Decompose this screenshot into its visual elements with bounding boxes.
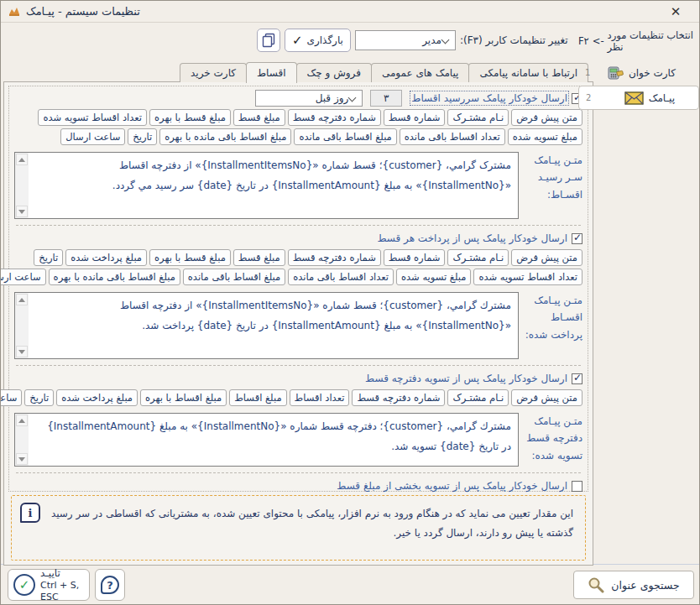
user-select[interactable]: مدیر bbox=[355, 30, 456, 50]
card-reader-icon bbox=[607, 65, 624, 81]
sidebar-item-label: پیـامک bbox=[649, 92, 675, 104]
field-button[interactable]: مبلغ اقساط باقی مانده bbox=[294, 128, 396, 145]
field-button[interactable]: مبلغ قسط bbox=[233, 249, 285, 266]
tab-purchase-card[interactable]: کارت خرید bbox=[180, 63, 247, 82]
hint-arrow-icon: <- bbox=[593, 35, 604, 47]
app-logo-icon bbox=[8, 6, 21, 17]
field-button[interactable]: تاریخ bbox=[128, 128, 157, 145]
sidebar-item-card-reader[interactable]: 1 کارت خوان bbox=[578, 61, 699, 84]
days-unit-select[interactable]: روز قبل bbox=[255, 90, 363, 107]
settled-message-block: متـن پیـامک دفترچه قسط تسویه شده: مشترك … bbox=[14, 413, 582, 467]
message-textarea[interactable]: مشترك گرامي، {customer}؛ دفترچه قسط شمار… bbox=[29, 414, 518, 466]
field-button[interactable]: شماره دفترچه قسط bbox=[288, 109, 381, 126]
field-button[interactable]: ساعت ارسال bbox=[0, 389, 22, 406]
section-divider bbox=[16, 365, 581, 366]
tab-sms-gateway[interactable]: ارتباط با سامانه پیامکی bbox=[468, 63, 588, 82]
field-button[interactable]: مبلغ قسط bbox=[233, 109, 285, 126]
field-button[interactable]: تعداد اقساط باقی مانده bbox=[288, 269, 394, 285]
field-button[interactable]: نـام مشتـرک bbox=[447, 109, 509, 126]
scroll-up-icon[interactable] bbox=[16, 294, 28, 305]
hint-key: F۲ bbox=[578, 35, 589, 47]
field-button[interactable]: تعداد اقساط باقی مانده bbox=[400, 128, 505, 145]
message-textarea[interactable]: مشترک گرامي، {customer}؛ قسط شماره «{Ins… bbox=[29, 153, 518, 218]
envelope-icon bbox=[624, 91, 644, 105]
field-button[interactable]: شماره دفترچه قسط bbox=[288, 249, 381, 266]
sidebar-hint: F۲ <- انتخاب تنظیمات مورد نظر bbox=[578, 24, 699, 61]
message-label: متـن پیـامک سـر رسیـد اقسـاط: bbox=[524, 152, 582, 219]
field-button[interactable]: متن پیش فرض bbox=[511, 249, 582, 266]
field-button[interactable]: مبلغ اقساط باقی مانده با بهره bbox=[49, 269, 180, 285]
field-button[interactable]: مبلغ پرداخت شده bbox=[56, 389, 138, 406]
scroll-up-icon[interactable] bbox=[16, 154, 28, 165]
field-button[interactable]: مبلغ اقساط باقی مانده bbox=[183, 269, 285, 285]
tab-sales-cheque[interactable]: فروش و چک bbox=[296, 63, 372, 82]
checkbox[interactable] bbox=[572, 233, 582, 244]
partial-sms-checkbox-row: ارسال خودکار پیامک پس از تسویه بخشی از م… bbox=[14, 477, 582, 494]
installments-groupbox: ارسال خودکار پیامک سررسید اقساط ۳ روز قب… bbox=[8, 86, 588, 492]
scroll-down-icon[interactable] bbox=[16, 346, 28, 357]
field-button[interactable]: تعداد اقساط bbox=[290, 389, 350, 406]
load-button[interactable]: بارگذاری ✓ bbox=[285, 29, 351, 52]
tab-general-sms[interactable]: پیامک های عمومی bbox=[371, 63, 470, 82]
scrollbar[interactable] bbox=[15, 153, 29, 218]
installments-tab-panel: ارسال خودکار پیامک سررسید اقساط ۳ روز قب… bbox=[3, 81, 593, 566]
field-button[interactable]: تاریخ bbox=[34, 249, 63, 266]
field-button[interactable]: مبلغ تسویه شده bbox=[396, 269, 471, 285]
field-button[interactable]: مبلغ تسویه شده bbox=[508, 128, 582, 145]
field-button[interactable]: متن پیش فرض bbox=[511, 109, 582, 126]
section-divider bbox=[16, 225, 581, 226]
checkbox-label[interactable]: ارسال خودکار پیامک پس از تسویه بخشی از م… bbox=[337, 480, 567, 492]
load-button-label: بارگذاری bbox=[307, 34, 343, 46]
tab-installments[interactable]: اقساط bbox=[246, 62, 297, 83]
change-user-label: تغییر تنظیمات کاربر (F۳): bbox=[460, 34, 568, 46]
footer-bar: ✓ تاییـد Ctrl + S, ESC ? جستجوی عنوان bbox=[1, 564, 699, 604]
confirm-button[interactable]: ✓ تاییـد Ctrl + S, ESC bbox=[8, 569, 90, 601]
copy-settings-button[interactable] bbox=[257, 29, 280, 52]
scroll-up-icon[interactable] bbox=[16, 415, 28, 426]
paid-message-block: متـن پیـامک اقسـاط پرداخت شده: مشترك گرا… bbox=[14, 292, 582, 359]
field-button[interactable]: ساعت ارسال bbox=[60, 128, 125, 145]
field-button[interactable]: مبلغ اقساط با بهره bbox=[140, 389, 227, 406]
days-unit-value: روز قبل bbox=[261, 92, 348, 104]
field-button[interactable]: شماره قسط bbox=[384, 249, 446, 266]
message-textarea-frame: مشترك گرامي، {customer}؛ قسط شماره «{Ins… bbox=[14, 292, 519, 359]
checkbox-label[interactable]: ارسال خودکار پیامک سررسید اقساط bbox=[411, 92, 567, 104]
paid-sms-checkbox-row: ارسال خودکار پیامک پس از پرداخت هر قسط bbox=[14, 230, 582, 247]
user-settings-strip: بارگذاری ✓ مدیر تغییر تنظیمات کاربر (F۳)… bbox=[257, 28, 568, 53]
help-button[interactable]: ? bbox=[95, 569, 125, 601]
message-textarea[interactable]: مشترك گرامي، {customer}؛ قسط شماره «{Ins… bbox=[29, 293, 518, 358]
field-button[interactable]: تاریخ bbox=[24, 389, 54, 406]
scroll-down-icon[interactable] bbox=[16, 453, 28, 465]
field-button[interactable]: تعداد اقساط تسویه شده bbox=[38, 109, 147, 126]
checkbox[interactable] bbox=[572, 481, 582, 492]
field-button[interactable]: مبلغ قسط با بهره bbox=[149, 249, 231, 266]
search-title-button[interactable]: جستجوی عنوان bbox=[573, 571, 694, 599]
sidebar-item-sms[interactable]: 2 پیـامک bbox=[578, 86, 699, 110]
close-icon[interactable]: ✕ bbox=[664, 3, 687, 21]
days-before-input[interactable]: ۳ bbox=[370, 90, 402, 107]
field-button[interactable]: مبلغ قسط با بهره bbox=[149, 109, 231, 126]
item-number: 2 bbox=[586, 93, 594, 102]
checkbox-label[interactable]: ارسال خودکار پیامک پس از تسویه دفترچه قس… bbox=[365, 373, 567, 384]
field-button[interactable]: نـام مشتـرک bbox=[447, 249, 509, 266]
field-button[interactable]: مبلغ اقساط باقی مانده با بهره bbox=[159, 128, 291, 145]
placeholder-buttons-row: متن پیش فرضنـام مشتـرکشماره قسطشماره دفت… bbox=[14, 249, 582, 266]
scrollbar[interactable] bbox=[15, 293, 29, 358]
confirm-check-icon: ✓ bbox=[13, 574, 35, 596]
scroll-down-icon[interactable] bbox=[16, 206, 28, 217]
field-button[interactable]: تعداد اقساط تسویه شده bbox=[473, 269, 582, 285]
field-button[interactable]: شماره قسط bbox=[384, 109, 446, 126]
field-button[interactable]: شماره دفترچه قسط bbox=[352, 389, 445, 406]
checkbox[interactable] bbox=[572, 373, 582, 384]
field-button[interactable]: مبلغ اقساط bbox=[229, 389, 286, 406]
message-label: متـن پیـامک اقسـاط پرداخت شده: bbox=[524, 292, 582, 359]
field-button[interactable]: ساعت ارسال bbox=[0, 269, 46, 285]
field-button[interactable]: نـام مشتـرک bbox=[447, 389, 509, 406]
checkbox-label[interactable]: ارسال خودکار پیامک پس از پرداخت هر قسط bbox=[377, 232, 567, 244]
due-message-block: متـن پیـامک سـر رسیـد اقسـاط: مشترک گرام… bbox=[14, 152, 582, 219]
scrollbar[interactable] bbox=[15, 414, 29, 466]
field-button[interactable]: مبلغ پرداخت شده bbox=[65, 249, 147, 266]
tab-strip: ارتباط با سامانه پیامکی پیامک های عمومی … bbox=[180, 62, 588, 83]
field-button[interactable]: متن پیش فرض bbox=[511, 389, 582, 406]
settings-sidebar: F۲ <- انتخاب تنظیمات مورد نظر 1 کارت خوا… bbox=[578, 24, 699, 110]
